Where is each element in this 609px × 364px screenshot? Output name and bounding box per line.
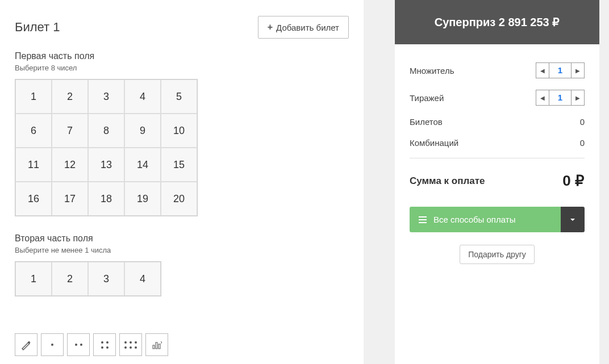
multiplier-label: Множитель bbox=[410, 66, 454, 76]
number-cell[interactable]: 11 bbox=[15, 148, 52, 182]
add-ticket-button[interactable]: + Добавить билет bbox=[258, 16, 349, 39]
number-cell[interactable]: 15 bbox=[161, 148, 197, 182]
number-cell[interactable]: 18 bbox=[88, 182, 124, 216]
svg-rect-2 bbox=[158, 344, 160, 349]
number-cell[interactable]: 13 bbox=[88, 148, 124, 182]
gift-button[interactable]: Подарить другу bbox=[460, 245, 535, 264]
field1-grid: 1 2 3 4 5 6 7 8 9 10 11 12 13 14 15 16 1… bbox=[15, 79, 198, 216]
number-cell[interactable]: 3 bbox=[88, 80, 124, 114]
number-cell[interactable]: 12 bbox=[52, 148, 88, 182]
svg-rect-1 bbox=[156, 342, 157, 349]
number-cell[interactable]: 19 bbox=[124, 182, 161, 216]
number-cell[interactable]: 6 bbox=[15, 114, 52, 148]
number-cell[interactable]: 9 bbox=[124, 114, 161, 148]
number-cell[interactable]: 8 bbox=[88, 114, 124, 148]
field2-grid: 1 2 3 4 bbox=[15, 261, 161, 296]
number-cell[interactable]: 2 bbox=[52, 80, 88, 114]
plus-icon: + bbox=[268, 22, 273, 32]
magic-wand-button[interactable] bbox=[15, 333, 37, 356]
magic-wand-icon bbox=[20, 339, 32, 350]
dice-4-icon bbox=[101, 341, 109, 349]
number-cell[interactable]: 20 bbox=[161, 182, 197, 216]
ticket-title: Билет 1 bbox=[15, 20, 60, 35]
field2-subtitle: Выберите не менее 1 числа bbox=[15, 246, 349, 254]
svg-rect-0 bbox=[153, 345, 155, 349]
multiplier-value: 1 bbox=[549, 63, 572, 78]
multiplier-stepper[interactable]: ◀ 1 ▶ bbox=[536, 62, 585, 78]
field1-subtitle: Выберите 8 чисел bbox=[15, 64, 349, 72]
number-cell[interactable]: 4 bbox=[124, 262, 161, 296]
number-cell[interactable]: 4 bbox=[124, 80, 161, 114]
tickets-label: Билетов bbox=[410, 117, 443, 127]
number-cell[interactable]: 1 bbox=[15, 80, 52, 114]
chart-icon bbox=[151, 339, 162, 350]
field2-title: Вторая часть поля bbox=[15, 233, 349, 244]
pay-dropdown-button[interactable] bbox=[561, 207, 585, 232]
chevron-down-icon bbox=[569, 216, 576, 223]
divider bbox=[410, 158, 585, 158]
draws-label: Тиражей bbox=[410, 93, 444, 103]
dice-2-button[interactable] bbox=[67, 333, 90, 356]
list-icon bbox=[419, 216, 427, 223]
pay-button[interactable]: Все способы оплаты bbox=[410, 207, 561, 232]
pay-label: Все способы оплаты bbox=[433, 215, 515, 224]
dice-6-icon bbox=[124, 341, 137, 349]
number-cell[interactable]: 14 bbox=[124, 148, 161, 182]
multiplier-increase[interactable]: ▶ bbox=[572, 63, 584, 78]
draws-decrease[interactable]: ◀ bbox=[536, 90, 549, 105]
prize-banner: Суперприз 2 891 253 ₽ bbox=[395, 0, 599, 44]
chart-button[interactable] bbox=[145, 333, 168, 356]
add-ticket-label: Добавить билет bbox=[276, 23, 339, 32]
combos-value: 0 bbox=[580, 138, 585, 148]
combos-label: Комбинаций bbox=[410, 138, 458, 148]
dice-1-icon bbox=[51, 344, 53, 346]
draws-increase[interactable]: ▶ bbox=[572, 90, 584, 105]
total-value: 0 ₽ bbox=[562, 172, 585, 190]
dice-1-button[interactable] bbox=[41, 333, 64, 356]
tickets-value: 0 bbox=[580, 117, 585, 127]
number-cell[interactable]: 7 bbox=[52, 114, 88, 148]
total-label: Сумма к оплате bbox=[410, 175, 485, 187]
draws-value: 1 bbox=[549, 90, 572, 105]
number-cell[interactable]: 5 bbox=[161, 80, 197, 114]
dice-2-icon bbox=[75, 344, 82, 346]
number-cell[interactable]: 17 bbox=[52, 182, 88, 216]
draws-stepper[interactable]: ◀ 1 ▶ bbox=[536, 90, 585, 106]
number-cell[interactable]: 10 bbox=[161, 114, 197, 148]
field1-title: Первая часть поля bbox=[15, 51, 349, 61]
multiplier-decrease[interactable]: ◀ bbox=[536, 63, 549, 78]
number-cell[interactable]: 3 bbox=[88, 262, 124, 296]
number-cell[interactable]: 16 bbox=[15, 182, 52, 216]
number-cell[interactable]: 2 bbox=[52, 262, 88, 296]
dice-4-button[interactable] bbox=[93, 333, 116, 356]
dice-6-button[interactable] bbox=[119, 333, 142, 356]
number-cell[interactable]: 1 bbox=[15, 262, 52, 296]
